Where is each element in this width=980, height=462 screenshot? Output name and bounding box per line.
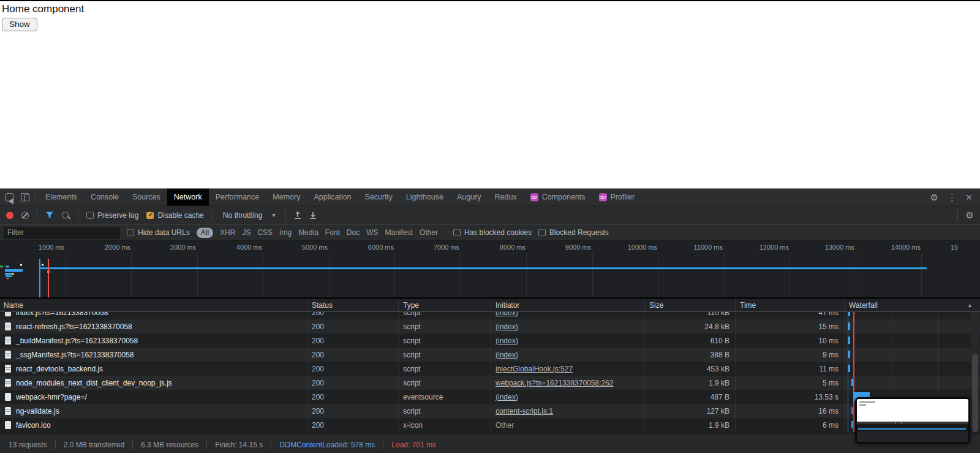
table-row[interactable]: ng-validate.js 200 script content-script…	[0, 404, 980, 418]
filter-type-other[interactable]: Other	[420, 228, 438, 237]
react-devtools-icon	[530, 193, 538, 201]
filter-type-all[interactable]: All	[197, 228, 213, 238]
transferred-size: 2.0 MB transferred	[64, 441, 124, 449]
table-row[interactable]: node_modules_next_dist_client_dev_noop_j…	[0, 376, 980, 390]
table-row[interactable]: _ssgManifest.js?ts=1621338370058 200 scr…	[0, 348, 980, 362]
table-row[interactable]: _buildManifest.js?ts=1621338370058 200 s…	[0, 333, 980, 348]
ruler-tick-label: 12000 ms	[734, 244, 789, 251]
tab-memory[interactable]: Memory	[266, 188, 307, 206]
filter-type-ws[interactable]: WS	[366, 228, 378, 237]
tab-components[interactable]: Components	[524, 188, 592, 206]
waterfall-bar	[848, 312, 850, 316]
tab-elements[interactable]: Elements	[39, 188, 84, 206]
initiator-link[interactable]: (index)	[496, 312, 518, 317]
disable-cache-checkbox[interactable]: Disable cache	[146, 211, 203, 220]
tab-lighthouse[interactable]: Lighthouse	[399, 188, 450, 206]
tab-profiler[interactable]: Profiler	[592, 188, 642, 206]
clear-network-log-icon[interactable]	[21, 212, 29, 219]
initiator-link[interactable]: content-script.js:1	[496, 407, 553, 415]
waterfall-bar	[851, 421, 853, 428]
table-row[interactable]: react_devtools_backend.js 200 script inj…	[0, 362, 980, 376]
settings-gear-icon[interactable]: ⚙	[930, 193, 938, 202]
has-blocked-cookies-checkbox[interactable]: Has blocked cookies	[453, 228, 532, 237]
script-file-icon	[5, 322, 11, 330]
tab-network[interactable]: Network	[167, 188, 209, 206]
more-options-icon[interactable]: ⋮	[948, 193, 957, 202]
network-settings-gear-icon[interactable]: ⚙	[966, 211, 974, 220]
tab-performance[interactable]: Performance	[209, 188, 266, 206]
tab-console[interactable]: Console	[84, 188, 126, 206]
column-header-time[interactable]: Time	[736, 299, 845, 311]
ruler-tick-label: 4000 ms	[207, 244, 262, 251]
device-toolbar-icon[interactable]	[21, 193, 29, 201]
tab-sources[interactable]: Sources	[126, 188, 167, 206]
filter-input[interactable]	[4, 227, 120, 239]
scrollbar-thumb[interactable]	[972, 354, 978, 432]
filter-type-img[interactable]: Img	[279, 228, 292, 237]
column-header-name[interactable]: Name	[0, 299, 307, 311]
ruler-tick-label: 6000 ms	[339, 244, 394, 251]
record-network-log-button[interactable]	[6, 212, 13, 219]
preserve-log-checkbox[interactable]: Preserve log	[86, 211, 138, 220]
scrollbar-track[interactable]	[971, 312, 979, 432]
divider	[285, 210, 286, 221]
tab-application[interactable]: Application	[307, 188, 358, 206]
initiator-link[interactable]: (index)	[496, 393, 518, 401]
requests-count: 13 requests	[9, 441, 47, 449]
column-header-waterfall[interactable]: Waterfall ▲	[845, 299, 980, 311]
divider	[957, 210, 958, 221]
table-row[interactable]: index.js?ts=1621338370058 200 script (in…	[0, 312, 980, 319]
initiator-link[interactable]: injectGlobalHook.js:527	[496, 365, 573, 373]
initiator-link[interactable]: (index)	[496, 337, 518, 345]
devtools-tabbar: Elements Console Sources Network Perform…	[0, 188, 980, 206]
inspect-element-icon[interactable]	[6, 193, 13, 201]
tab-redux[interactable]: Redux	[488, 188, 524, 206]
network-table-header: Name Status Type Initiator Size Time Wat…	[0, 299, 980, 312]
ruler-tick-label: 5000 ms	[273, 244, 328, 251]
overview-bar-green	[0, 266, 3, 267]
hide-data-urls-checkbox[interactable]: Hide data URLs	[127, 228, 190, 237]
ruler-tick-label: 7000 ms	[404, 244, 459, 251]
initiator-other: Other	[496, 421, 514, 430]
tab-security[interactable]: Security	[358, 188, 399, 206]
column-header-status[interactable]: Status	[307, 299, 399, 311]
table-row[interactable]: react-refresh.js?ts=1621338370058 200 sc…	[0, 319, 980, 333]
column-header-initiator[interactable]: Initiator	[491, 299, 645, 311]
filter-funnel-icon[interactable]	[45, 211, 54, 219]
throttling-dropdown[interactable]: No throttling ▾	[221, 211, 278, 220]
window-top-border	[0, 0, 980, 1]
ruler-tick-label: 11000 ms	[668, 244, 723, 251]
column-header-size[interactable]: Size	[645, 299, 736, 311]
network-status-bar: 13 requests 2.0 MB transferred 6.3 MB re…	[0, 436, 980, 453]
filter-type-doc[interactable]: Doc	[347, 228, 360, 237]
table-row[interactable]: favicon.ico 200 x-icon Other 1.9 kB 6 ms	[0, 418, 980, 432]
export-har-icon[interactable]	[309, 211, 317, 219]
network-overview-timeline[interactable]: 1000 ms 2000 ms 3000 ms 4000 ms 5000 ms …	[0, 241, 980, 299]
filter-type-xhr[interactable]: XHR	[220, 228, 235, 237]
divider	[206, 441, 207, 449]
network-request-list: index.js?ts=1621338370058 200 script (in…	[0, 312, 980, 432]
import-har-icon[interactable]	[294, 211, 301, 219]
network-toolbar: Preserve log Disable cache No throttling…	[0, 206, 980, 225]
filter-type-js[interactable]: JS	[242, 228, 251, 237]
search-icon[interactable]	[62, 212, 69, 218]
overview-mark	[20, 264, 22, 266]
filter-type-font[interactable]: Font	[325, 228, 340, 237]
initiator-link[interactable]: (index)	[496, 351, 518, 359]
show-button[interactable]: Show	[2, 18, 37, 31]
waterfall-bar	[848, 365, 850, 372]
blocked-requests-checkbox[interactable]: Blocked Requests	[538, 228, 609, 237]
divider	[55, 441, 56, 449]
initiator-link[interactable]: (index)	[496, 322, 518, 331]
checkbox-unchecked	[86, 212, 94, 219]
tab-augury[interactable]: Augury	[450, 188, 488, 206]
thumbnail-title-line	[859, 401, 875, 403]
close-devtools-icon[interactable]: ×	[966, 192, 972, 203]
initiator-link[interactable]: webpack.js?ts=1621338370058:262	[496, 379, 614, 387]
overview-eventsource-line	[40, 267, 927, 269]
table-row[interactable]: webpack-hmr?page=/ 200 eventsource (inde…	[0, 390, 980, 404]
filter-type-css[interactable]: CSS	[257, 228, 273, 237]
column-header-type[interactable]: Type	[399, 299, 491, 311]
filter-type-manifest[interactable]: Manifest	[385, 228, 413, 237]
filter-type-media[interactable]: Media	[298, 228, 318, 237]
